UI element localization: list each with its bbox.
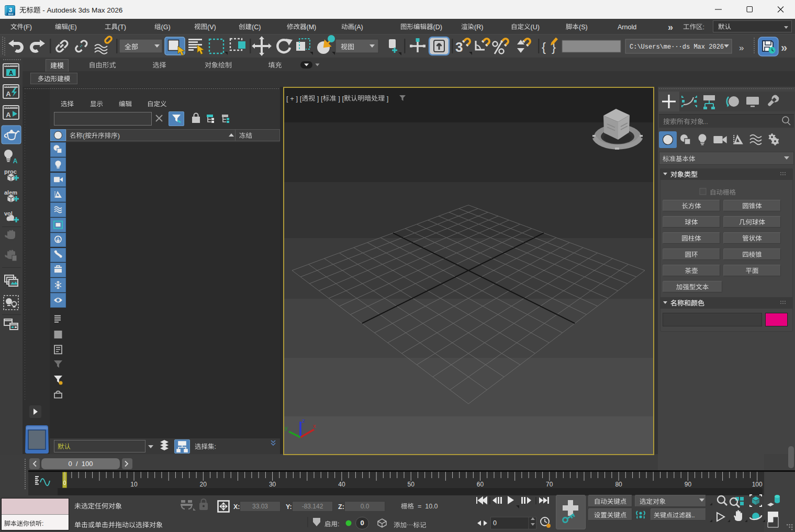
svg-text:] [: ] [ — [337, 95, 344, 103]
svg-text:] [: ] [ — [315, 95, 323, 103]
svg-text:[ + ] [: [ + ] [ — [286, 95, 302, 103]
svg-text:MAX: MAX — [8, 13, 14, 16]
svg-text:]: ] — [385, 95, 388, 103]
svg-text:3: 3 — [9, 7, 12, 13]
svg-text:z: z — [302, 417, 305, 424]
svg-text:y: y — [285, 425, 288, 431]
svg-text:x: x — [313, 423, 316, 429]
